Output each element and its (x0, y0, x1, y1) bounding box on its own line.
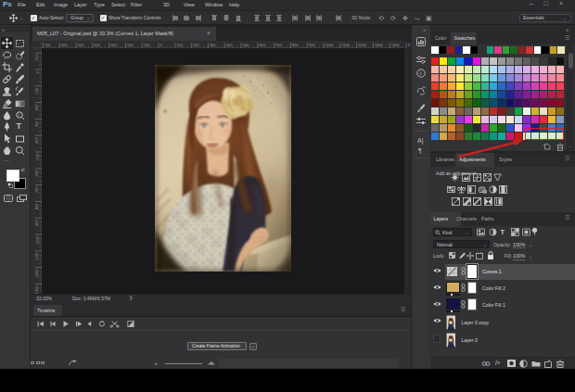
svg-text:700: 700 (275, 43, 282, 47)
svg-text:800: 800 (35, 203, 40, 209)
svg-text:200: 200 (127, 43, 134, 47)
svg-text:0: 0 (35, 70, 40, 73)
svg-text:1300: 1300 (375, 43, 384, 47)
svg-text:300: 300 (35, 120, 40, 127)
svg-text:500: 500 (78, 43, 84, 47)
svg-text:1400: 1400 (391, 43, 401, 47)
svg-text:800: 800 (292, 43, 299, 47)
svg-text:600: 600 (61, 43, 68, 47)
svg-text:300: 300 (210, 43, 216, 47)
svg-text:600: 600 (259, 43, 265, 47)
svg-text:100: 100 (144, 43, 150, 47)
svg-text:1300: 1300 (35, 285, 40, 294)
svg-text:600: 600 (35, 170, 40, 176)
svg-text:i: i (420, 70, 422, 76)
svg-text:200: 200 (193, 43, 199, 47)
svg-text:100: 100 (35, 87, 40, 94)
svg-text:0: 0 (160, 43, 163, 47)
svg-text:1200: 1200 (35, 269, 40, 278)
svg-text:400: 400 (94, 43, 100, 47)
svg-text:1000: 1000 (35, 235, 40, 245)
svg-text:700: 700 (35, 186, 40, 193)
svg-text:300: 300 (110, 43, 117, 47)
svg-text:1200: 1200 (358, 43, 367, 47)
svg-text:500: 500 (35, 153, 40, 159)
svg-text:1100: 1100 (35, 252, 40, 260)
svg-text:400: 400 (226, 43, 233, 47)
svg-text:400: 400 (35, 136, 40, 143)
svg-text:900: 900 (309, 43, 315, 47)
svg-text:1100: 1100 (341, 43, 350, 47)
svg-text:100: 100 (35, 54, 40, 60)
svg-text:700: 700 (45, 43, 51, 47)
svg-text:1000: 1000 (326, 43, 335, 47)
svg-text:500: 500 (243, 43, 249, 47)
svg-text:200: 200 (35, 104, 40, 110)
svg-text:900: 900 (35, 219, 40, 225)
svg-text:100: 100 (176, 43, 183, 47)
